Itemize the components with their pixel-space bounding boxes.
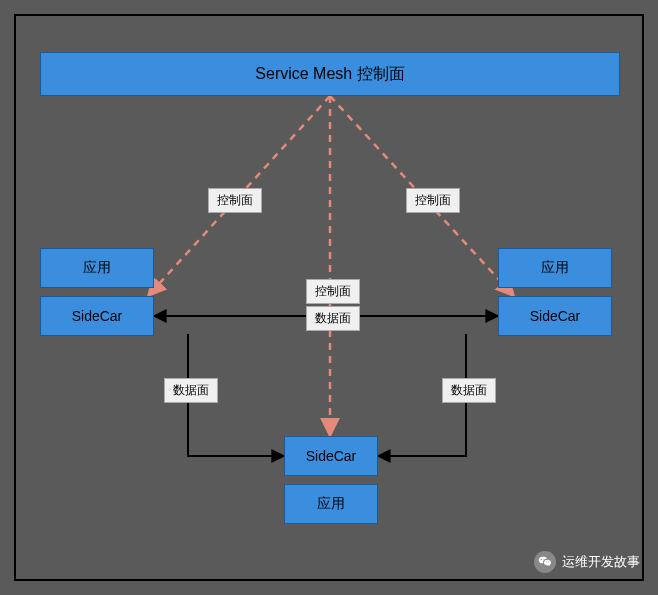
watermark: 运维开发故事	[534, 551, 640, 573]
node-sidecar-left: SideCar	[40, 296, 154, 336]
node-control-plane: Service Mesh 控制面	[40, 52, 620, 96]
label-control-right: 控制面	[406, 188, 460, 213]
node-sidecar-right: SideCar	[498, 296, 612, 336]
label-data-left: 数据面	[164, 378, 218, 403]
node-app-right: 应用	[498, 248, 612, 288]
node-app-left: 应用	[40, 248, 154, 288]
label-data-right: 数据面	[442, 378, 496, 403]
node-app-bottom: 应用	[284, 484, 378, 524]
node-sidecar-bottom: SideCar	[284, 436, 378, 476]
label-control-left: 控制面	[208, 188, 262, 213]
label-control-mid: 控制面	[306, 279, 360, 304]
watermark-text: 运维开发故事	[562, 553, 640, 571]
diagram-canvas: Service Mesh 控制面 应用 SideCar 应用 SideCar S…	[14, 14, 644, 581]
label-data-top: 数据面	[306, 306, 360, 331]
wechat-icon	[534, 551, 556, 573]
